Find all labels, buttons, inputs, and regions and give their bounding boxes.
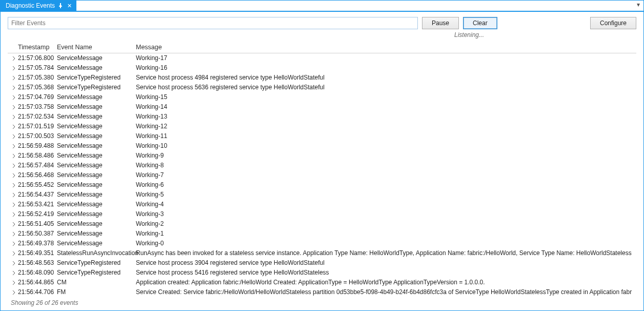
table-row[interactable]: 21:57:03.758ServiceMessageWorking-14 (8, 102, 636, 112)
cell-timestamp: 21:56:51.405 (18, 220, 57, 228)
cell-timestamp: 21:56:49.351 (18, 249, 57, 258)
cell-event-name: ServiceMessage (57, 122, 136, 131)
expand-icon[interactable] (10, 125, 18, 129)
cell-event-name: ServiceMessage (57, 239, 136, 248)
cell-timestamp: 21:56:58.486 (18, 151, 57, 160)
cell-timestamp: 21:57:01.519 (18, 122, 57, 131)
table-row[interactable]: 21:56:49.351StatelessRunAsyncInvocationR… (8, 248, 636, 258)
cell-message: RunAsync has been invoked for a stateles… (136, 249, 636, 258)
cell-timestamp: 21:56:54.437 (18, 190, 57, 199)
expand-icon[interactable] (10, 203, 18, 207)
table-row[interactable]: 21:57:01.519ServiceMessageWorking-12 (8, 122, 636, 131)
expand-icon[interactable] (10, 183, 18, 187)
cell-timestamp: 21:57:06.800 (18, 54, 57, 63)
table-row[interactable]: 21:57:05.368ServiceTypeRegisteredService… (8, 83, 636, 92)
cell-timestamp: 21:57:04.769 (18, 93, 57, 102)
table-row[interactable]: 21:56:54.437ServiceMessageWorking-5 (8, 190, 636, 200)
table-row[interactable]: 21:57:05.784ServiceMessageWorking-16 (8, 63, 636, 73)
cell-message: Working-11 (136, 132, 636, 141)
table-row[interactable]: 21:56:51.405ServiceMessageWorking-2 (8, 219, 636, 229)
cell-event-name: ServiceTypeRegistered (57, 259, 136, 267)
expand-icon[interactable] (10, 290, 18, 295)
cell-message: Working-16 (136, 64, 636, 72)
expand-icon[interactable] (10, 105, 18, 109)
expand-icon[interactable] (10, 281, 18, 285)
cell-event-name: ServiceMessage (57, 142, 136, 150)
cell-message: Working-15 (136, 93, 636, 102)
expand-icon[interactable] (10, 144, 18, 148)
cell-message: Service host process 4984 registered ser… (136, 73, 636, 82)
table-row[interactable]: 21:57:06.800ServiceMessageWorking-17 (8, 53, 636, 63)
expand-icon[interactable] (10, 95, 18, 100)
expand-icon[interactable] (10, 76, 18, 80)
cell-message: Working-0 (136, 239, 636, 248)
cell-timestamp: 21:57:02.534 (18, 112, 57, 121)
expand-icon[interactable] (10, 271, 18, 275)
expand-icon[interactable] (10, 164, 18, 168)
cell-event-name: StatelessRunAsyncInvocation (57, 249, 136, 258)
table-row[interactable]: 21:57:05.380ServiceTypeRegisteredService… (8, 73, 636, 83)
expand-icon[interactable] (10, 232, 18, 236)
table-row[interactable]: 21:56:57.484ServiceMessageWorking-8 (8, 161, 636, 170)
cell-event-name: ServiceTypeRegistered (57, 73, 136, 82)
expand-icon[interactable] (10, 66, 18, 70)
expand-icon[interactable] (10, 251, 18, 256)
expand-icon[interactable] (10, 173, 18, 178)
filter-events-input[interactable] (8, 17, 418, 29)
column-header-message[interactable]: Message (136, 44, 636, 51)
table-row[interactable]: 21:56:44.865CMApplication created: Appli… (8, 278, 636, 287)
table-row[interactable]: 21:56:44.706FMService Created: Service f… (8, 287, 636, 296)
cell-event-name: ServiceMessage (57, 112, 136, 121)
expand-icon[interactable] (10, 212, 18, 217)
cell-event-name: CM (57, 278, 136, 287)
table-row[interactable]: 21:57:04.769ServiceMessageWorking-15 (8, 92, 636, 102)
expand-icon[interactable] (10, 134, 18, 139)
table-row[interactable]: 21:56:55.452ServiceMessageWorking-6 (8, 180, 636, 190)
expand-icon[interactable] (10, 261, 18, 265)
cell-event-name: ServiceTypeRegistered (57, 268, 136, 277)
cell-event-name: ServiceMessage (57, 171, 136, 180)
column-header-timestamp[interactable]: Timestamp (18, 44, 57, 51)
table-row[interactable]: 21:56:50.387ServiceMessageWorking-1 (8, 229, 636, 239)
table-row[interactable]: 21:56:53.421ServiceMessageWorking-4 (8, 200, 636, 209)
cell-message: Working-14 (136, 103, 636, 111)
listening-status: Listening... (428, 30, 510, 38)
grid-body[interactable]: 21:57:06.800ServiceMessageWorking-1721:5… (8, 53, 636, 296)
expand-icon[interactable] (10, 86, 18, 90)
window-menu-dropdown-icon[interactable]: ▾ (635, 2, 641, 8)
table-row[interactable]: 21:56:49.378ServiceMessageWorking-0 (8, 239, 636, 248)
close-icon[interactable]: ✕ (66, 3, 72, 9)
cell-event-name: ServiceMessage (57, 64, 136, 72)
tab-diagnostic-events[interactable]: Diagnostic Events ✕ (1, 1, 76, 11)
cell-timestamp: 21:57:00.503 (18, 132, 57, 141)
table-row[interactable]: 21:56:58.486ServiceMessageWorking-9 (8, 151, 636, 161)
cell-event-name: ServiceMessage (57, 200, 136, 209)
cell-event-name: ServiceMessage (57, 190, 136, 199)
table-row[interactable]: 21:56:48.563ServiceTypeRegisteredService… (8, 258, 636, 268)
configure-button[interactable]: Configure (590, 17, 636, 29)
cell-message: Working-9 (136, 151, 636, 160)
expand-icon[interactable] (10, 56, 18, 61)
cell-message: Service Created: Service fabric:/HelloWo… (136, 288, 636, 296)
clear-button[interactable]: Clear (463, 17, 497, 29)
pin-icon[interactable] (58, 3, 63, 8)
table-row[interactable]: 21:56:52.419ServiceMessageWorking-3 (8, 209, 636, 219)
pause-button[interactable]: Pause (422, 17, 459, 29)
expand-icon[interactable] (10, 222, 18, 226)
table-row[interactable]: 21:56:56.468ServiceMessageWorking-7 (8, 170, 636, 180)
expand-icon[interactable] (10, 154, 18, 158)
cell-event-name: ServiceMessage (57, 132, 136, 141)
column-header-event-name[interactable]: Event Name (57, 44, 136, 51)
cell-timestamp: 21:56:59.488 (18, 142, 57, 150)
cell-message: Working-3 (136, 210, 636, 219)
cell-timestamp: 21:56:55.452 (18, 181, 57, 189)
cell-timestamp: 21:56:56.468 (18, 171, 57, 180)
table-row[interactable]: 21:57:00.503ServiceMessageWorking-11 (8, 131, 636, 141)
table-row[interactable]: 21:56:48.090ServiceTypeRegisteredService… (8, 268, 636, 278)
table-row[interactable]: 21:56:59.488ServiceMessageWorking-10 (8, 141, 636, 151)
expand-icon[interactable] (10, 115, 18, 119)
expand-icon[interactable] (10, 242, 18, 246)
table-row[interactable]: 21:57:02.534ServiceMessageWorking-13 (8, 112, 636, 122)
cell-message: Working-7 (136, 171, 636, 180)
expand-icon[interactable] (10, 193, 18, 197)
